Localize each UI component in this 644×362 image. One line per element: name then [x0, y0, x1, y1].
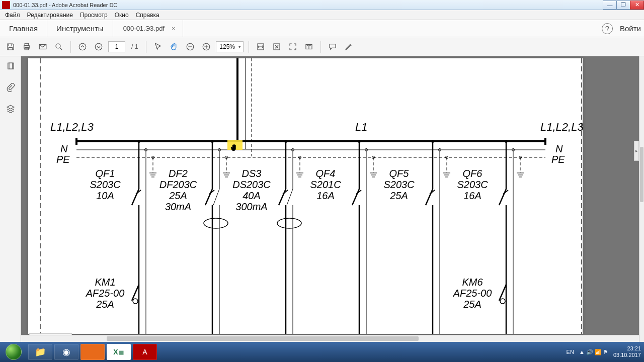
- svg-text:DF2: DF2: [169, 168, 188, 179]
- windows-taskbar: 📁 ◉ X≣ A EN ▲ 🔊 📶 ⚑ 23:21 03.10.2017: [0, 342, 644, 362]
- svg-rect-13: [9, 63, 14, 69]
- page-up-icon[interactable]: [76, 40, 89, 53]
- tray-lang[interactable]: EN: [567, 349, 574, 355]
- page-number-input[interactable]: [108, 41, 125, 52]
- taskbar-excel[interactable]: X≣: [107, 344, 131, 360]
- svg-text:AF25-00: AF25-00: [453, 288, 492, 299]
- svg-text:QF5: QF5: [389, 168, 410, 179]
- svg-text:25A: 25A: [389, 190, 408, 201]
- left-sidebar: [0, 56, 21, 342]
- svg-line-51: [213, 189, 219, 205]
- bus-mid-phase: L1: [355, 121, 367, 133]
- svg-text:DS203C: DS203C: [232, 179, 271, 190]
- window-close-button[interactable]: ✕: [630, 1, 644, 10]
- bus-left-PE: PE: [56, 154, 70, 165]
- svg-text:16A: 16A: [463, 190, 481, 201]
- zoom-in-icon[interactable]: [200, 40, 213, 53]
- svg-text:25A: 25A: [169, 190, 187, 201]
- svg-point-73: [277, 218, 301, 228]
- print-icon[interactable]: [20, 40, 33, 53]
- hand-tool-icon[interactable]: [168, 40, 181, 53]
- page-down-icon[interactable]: [92, 40, 105, 53]
- right-panel-handle[interactable]: ▸: [634, 141, 639, 161]
- tab-document-label: 000-01.Э3.pdf: [123, 25, 165, 32]
- menu-file[interactable]: Файл: [2, 11, 23, 20]
- svg-text:QF1: QF1: [96, 168, 115, 179]
- svg-text:QF4: QF4: [316, 168, 336, 179]
- svg-text:KM1: KM1: [95, 277, 115, 288]
- fullscreen-icon[interactable]: [286, 40, 299, 53]
- window-titlebar: 000-01.33.pdf - Adobe Acrobat Reader DC …: [0, 0, 644, 10]
- menu-help[interactable]: Справка: [133, 11, 163, 20]
- search-icon[interactable]: [52, 40, 65, 53]
- taskbar-app-orange[interactable]: [80, 344, 105, 360]
- read-mode-icon[interactable]: [302, 40, 315, 53]
- layers-icon[interactable]: [4, 102, 18, 116]
- svg-line-68: [279, 189, 286, 205]
- menu-window[interactable]: Окно: [112, 11, 132, 20]
- svg-line-102: [426, 189, 433, 205]
- highlight-icon[interactable]: [342, 40, 355, 53]
- svg-point-6: [95, 43, 102, 50]
- svg-text:S201C: S201C: [310, 179, 341, 190]
- svg-text:KM6: KM6: [462, 277, 483, 288]
- start-button[interactable]: [0, 342, 27, 362]
- svg-text:25A: 25A: [463, 299, 481, 310]
- fit-width-icon[interactable]: [254, 40, 267, 53]
- email-icon[interactable]: [36, 40, 49, 53]
- zoom-select[interactable]: 125%: [216, 41, 244, 52]
- main-toolbar: / 1 125%: [0, 37, 644, 56]
- svg-text:16A: 16A: [316, 190, 335, 201]
- tab-home[interactable]: Главная: [0, 20, 47, 37]
- document-viewport[interactable]: L1,L2,L3 N PE L1 L1,L2,L3 N PE: [21, 56, 639, 342]
- menu-edit[interactable]: Редактирование: [24, 11, 76, 20]
- thumbnails-icon[interactable]: [4, 59, 18, 73]
- horizontal-scrollbar[interactable]: [21, 335, 639, 342]
- svg-point-5: [79, 43, 86, 50]
- svg-text:S203C: S203C: [90, 179, 121, 190]
- select-tool-icon[interactable]: [151, 40, 165, 53]
- taskbar-chrome[interactable]: ◉: [54, 344, 78, 360]
- document-tabs: Главная Инструменты 000-01.Э3.pdf × ? Во…: [0, 20, 644, 37]
- svg-point-4: [56, 44, 60, 48]
- tray-icons[interactable]: ▲ 🔊 📶 ⚑: [579, 349, 608, 355]
- svg-line-117: [499, 189, 506, 205]
- tab-close-icon[interactable]: ×: [172, 25, 176, 32]
- svg-line-127: [499, 285, 506, 301]
- pdf-page: L1,L2,L3 N PE L1 L1,L2,L3 N PE: [28, 58, 583, 334]
- svg-text:S203C: S203C: [383, 179, 415, 190]
- bus-right-phases: L1,L2,L3: [540, 121, 583, 133]
- tab-tools[interactable]: Инструменты: [47, 20, 113, 37]
- tray-clock[interactable]: 23:21 03.10.2017: [613, 345, 641, 358]
- window-title: 000-01.33.pdf - Adobe Acrobat Reader DC: [12, 2, 603, 8]
- attachments-icon[interactable]: [4, 80, 18, 95]
- bus-right-PE: PE: [551, 154, 565, 165]
- system-tray[interactable]: EN ▲ 🔊 📶 ⚑ 23:21 03.10.2017: [567, 345, 644, 358]
- svg-text:10A: 10A: [96, 190, 114, 201]
- app-icon: [2, 1, 10, 9]
- fit-page-icon[interactable]: [270, 40, 283, 53]
- vertical-scrollbar[interactable]: [639, 56, 644, 342]
- menu-view[interactable]: Просмотр: [77, 11, 111, 20]
- svg-text:QF6: QF6: [463, 168, 483, 179]
- bus-right-N: N: [555, 143, 563, 154]
- taskbar-acrobat[interactable]: A: [133, 344, 157, 360]
- zoom-out-icon[interactable]: [184, 40, 197, 53]
- window-minimize-button[interactable]: —: [603, 1, 617, 10]
- login-button[interactable]: Войти: [620, 24, 641, 33]
- bus-left-N: N: [60, 143, 68, 154]
- tab-document[interactable]: 000-01.Э3.pdf ×: [113, 20, 183, 37]
- svg-point-54: [204, 218, 228, 228]
- svg-rect-2: [25, 47, 29, 50]
- svg-text:DF203C: DF203C: [159, 179, 197, 190]
- save-icon[interactable]: [4, 40, 17, 53]
- svg-rect-12: [8, 63, 12, 69]
- svg-text:AF25-00: AF25-00: [86, 288, 125, 299]
- svg-text:25A: 25A: [96, 299, 114, 310]
- help-icon[interactable]: ?: [602, 23, 613, 34]
- comment-icon[interactable]: [326, 40, 339, 53]
- svg-line-87: [352, 189, 359, 205]
- window-maximize-button[interactable]: ❐: [616, 1, 630, 10]
- taskbar-explorer[interactable]: 📁: [28, 344, 52, 360]
- svg-line-49: [205, 189, 212, 205]
